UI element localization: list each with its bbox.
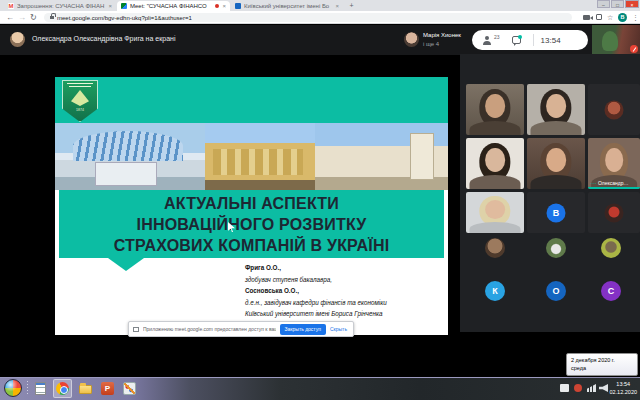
- tab-title: Київський університет імені Бо: [244, 3, 332, 9]
- presenter-avatar: [10, 32, 25, 47]
- mic-muted-icon: [630, 45, 638, 53]
- participant-tile[interactable]: [527, 84, 585, 135]
- camera-permission-icon[interactable]: [583, 15, 590, 20]
- unread-dot-icon: [518, 35, 522, 39]
- participant-letter-avatar[interactable]: С: [601, 281, 621, 301]
- date-tooltip: 2 декабря 2020 г. среда: [566, 353, 638, 376]
- tab-university[interactable]: Київський університет імені Бо ×: [231, 1, 343, 11]
- crest-emblem-icon: [71, 90, 89, 106]
- address-bar[interactable]: meet.google.com/bgv-edhn-ukq?pli=1&authu…: [44, 13, 572, 22]
- forward-icon[interactable]: →: [18, 12, 26, 24]
- tab-close-icon[interactable]: ×: [108, 3, 112, 9]
- screen: M Запрошення: СУЧАСНА ФІНАН × Meet: "СУЧ…: [0, 0, 640, 400]
- participants-more: і ще 4: [423, 41, 439, 47]
- author-line: Фрига О.О.,: [245, 262, 445, 274]
- participant-tile[interactable]: В: [527, 192, 585, 233]
- window-maximize-button[interactable]: □: [611, 0, 624, 8]
- participant-letter-avatar: В: [547, 203, 566, 222]
- lock-icon: [50, 16, 54, 20]
- author-line: Сосновська О.О.,: [245, 285, 445, 297]
- participant-tile[interactable]: [466, 192, 524, 233]
- window-minimize-button[interactable]: –: [597, 0, 610, 8]
- taskbar-chrome-button[interactable]: [53, 379, 72, 398]
- chrome-icon: [56, 382, 69, 395]
- audio-indicator-icon: ⋯: [590, 181, 596, 186]
- taskbar-paint-button[interactable]: [120, 379, 139, 398]
- tab-close-icon[interactable]: ×: [335, 3, 339, 9]
- slide-top-band: [55, 77, 448, 123]
- document-icon: [35, 382, 46, 395]
- browser-menu-icon[interactable]: ⋮: [632, 12, 639, 23]
- taskbar-separator: [27, 381, 28, 396]
- gmail-icon: M: [8, 3, 14, 9]
- university-icon: [235, 3, 241, 9]
- participant-photo-avatar[interactable]: [485, 238, 505, 258]
- campus-photo-1: [55, 123, 205, 190]
- meet-icon: [121, 3, 127, 9]
- tab-title: Запрошення: СУЧАСНА ФІНАН: [17, 3, 105, 9]
- stop-sharing-button[interactable]: Закрыть доступ: [280, 324, 326, 335]
- participant-tile[interactable]: [527, 138, 585, 189]
- self-view-tile[interactable]: [592, 25, 640, 55]
- tab-meet[interactable]: Meet: "СУЧАСНА ФІНАНСО ×: [117, 1, 230, 11]
- slide-notch: [108, 258, 144, 271]
- participant-tile[interactable]: [588, 192, 640, 233]
- speaking-bar: [588, 187, 640, 189]
- screen-share-bar: Приложению meet.google.com предоставлен …: [128, 321, 354, 337]
- slide-title-panel: АКТУАЛЬНІ АСПЕКТИ ІННОВАЦІЙНОГО РОЗВИТКУ…: [59, 190, 444, 258]
- tooltip-weekday: среда: [571, 364, 633, 372]
- bookmark-star-icon[interactable]: ☆: [607, 12, 613, 23]
- author-line: д.е.н., завідувач кафедри фінансів та ек…: [245, 297, 445, 309]
- tray-time: 13:54: [609, 380, 637, 388]
- campus-photo-3: [315, 123, 448, 190]
- extension-icon[interactable]: [596, 14, 602, 20]
- participant-letter-avatar[interactable]: О: [546, 281, 566, 301]
- tray-clock[interactable]: 13:54 02.12.2020: [609, 380, 637, 396]
- taskbar-powerpoint-button[interactable]: P: [98, 379, 117, 398]
- participant-avatar: [404, 32, 419, 47]
- taskbar: [0, 377, 640, 400]
- tray-antivirus-icon[interactable]: [574, 384, 582, 392]
- participant-name: Марія Хионек: [423, 32, 461, 38]
- participant-tile-presenter[interactable]: ⋯ Олександр…: [588, 138, 640, 189]
- tooltip-date: 2 декабря 2020 г.: [571, 356, 633, 364]
- powerpoint-icon: P: [101, 382, 114, 395]
- hide-button[interactable]: Скрыть: [330, 326, 347, 332]
- profile-avatar[interactable]: B: [618, 13, 627, 22]
- reload-icon[interactable]: ↻: [30, 12, 37, 24]
- participant-tile[interactable]: [588, 84, 640, 135]
- tab-strip: M Запрошення: СУЧАСНА ФІНАН × Meet: "СУЧ…: [0, 0, 640, 11]
- participant-photo-avatar: [605, 100, 624, 119]
- paint-icon: [123, 382, 136, 395]
- new-tab-button[interactable]: +: [347, 2, 356, 10]
- campus-photos: [55, 123, 448, 190]
- participants-icon[interactable]: [483, 36, 493, 45]
- slide-title-line: ІННОВАЦІЙНОГО РОЗВИТКУ: [59, 214, 444, 235]
- tray-date: 02.12.2020: [609, 388, 637, 396]
- author-line: здобувач ступеня бакалавра,: [245, 274, 445, 286]
- back-icon[interactable]: ←: [6, 12, 14, 24]
- participant-photo-avatar[interactable]: [601, 238, 621, 258]
- crest-year: 1874: [76, 108, 84, 112]
- tab-gmail-invite[interactable]: M Запрошення: СУЧАСНА ФІНАН ×: [4, 1, 116, 11]
- taskbar-explorer-button[interactable]: [76, 379, 95, 398]
- meeting-clock: 13:54: [541, 36, 561, 45]
- presenter-nametag: ⋯ Олександр…: [590, 180, 629, 186]
- divider: [533, 34, 534, 46]
- meet-header: Олександра Олександрівна Фрига на екрані…: [0, 25, 640, 55]
- tab-close-icon[interactable]: ×: [222, 3, 226, 9]
- tab-title: Meet: "СУЧАСНА ФІНАНСО: [130, 3, 212, 9]
- participant-tile[interactable]: [466, 84, 524, 135]
- start-button[interactable]: [4, 379, 22, 397]
- shared-slide: 1874 АКТУАЛЬНІ АСПЕКТИ ІННОВАЦІЙНОГО РОЗ…: [55, 77, 448, 335]
- window-close-button[interactable]: ×: [625, 0, 639, 8]
- participant-photo-avatar[interactable]: [546, 238, 566, 258]
- taskbar-wordpad-button[interactable]: [31, 379, 50, 398]
- screen-icon: [133, 327, 139, 332]
- chat-icon[interactable]: [512, 36, 521, 44]
- participant-letter-avatar[interactable]: К: [485, 281, 505, 301]
- presenter-name: Олександр…: [598, 180, 629, 186]
- slide-title-line: АКТУАЛЬНІ АСПЕКТИ: [59, 193, 444, 214]
- tray-keyboard-icon[interactable]: [560, 384, 569, 392]
- participant-tile[interactable]: [466, 138, 524, 189]
